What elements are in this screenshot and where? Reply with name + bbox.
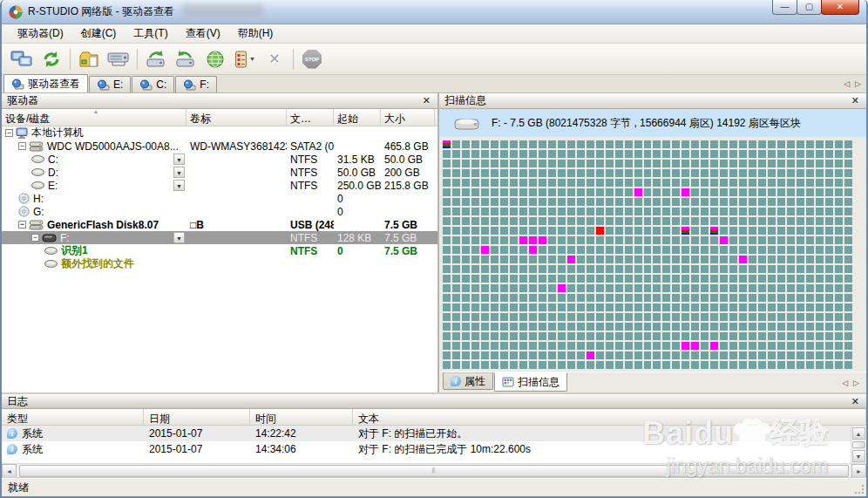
tree-row[interactable]: F:NTFS128 KB7.5 GB (2, 231, 437, 244)
close-button[interactable]: ✕ (821, 0, 859, 15)
menu-drives[interactable]: 驱动器(D) (9, 24, 72, 44)
column-time[interactable]: 时间 (250, 409, 353, 425)
resize-grip[interactable] (854, 484, 865, 495)
scan-block (701, 304, 709, 311)
scroll-left-arrow-icon[interactable] (2, 464, 17, 478)
column-filesystem[interactable]: 文… (287, 109, 334, 126)
scan-block (844, 217, 852, 225)
tree-row[interactable]: 额外找到的文件 (2, 257, 437, 270)
scan-block (710, 169, 718, 177)
volume-dropdown-button[interactable] (173, 180, 185, 191)
scan-block (835, 198, 843, 206)
column-type[interactable]: 类型 (2, 409, 144, 425)
scan-block (529, 140, 537, 148)
online-help-button[interactable] (200, 46, 230, 72)
scan-block (672, 332, 680, 340)
column-size[interactable]: 大小 (381, 109, 435, 126)
tab-drive-view[interactable]: 驱动器查看 (3, 74, 88, 92)
close-view-button[interactable] (260, 46, 289, 72)
expander-minus-icon[interactable] (18, 221, 26, 229)
scan-block (500, 198, 508, 206)
expander-minus-icon[interactable] (31, 234, 39, 242)
drives-panel-close-icon[interactable] (421, 95, 432, 106)
scan-block (462, 284, 470, 292)
scan-block (701, 208, 709, 215)
column-text[interactable]: 文本 (353, 409, 866, 425)
tab-scroll-right-icon[interactable] (855, 78, 861, 90)
scrollbar-thumb[interactable] (852, 441, 865, 448)
cell-volume-label: WD-WMASY3681423 (186, 140, 287, 153)
log-vertical-scrollbar[interactable] (851, 426, 865, 463)
tab-scroll-left-icon[interactable] (844, 78, 850, 90)
tree-row[interactable]: C:NTFS31.5 KB50.0 GB (2, 153, 437, 166)
connect-remote-button[interactable] (7, 46, 37, 72)
tree-row[interactable]: GenericFlash Disk8.07□BUSB (248:228)7.5 … (2, 218, 437, 231)
minimize-button[interactable]: — (772, 0, 797, 15)
dropdown-caret-icon[interactable]: ▼ (249, 56, 255, 62)
column-start[interactable]: 起始 (334, 109, 381, 126)
tree-row[interactable]: E:NTFS250.0 GB215.8 GB (2, 179, 437, 192)
expander-minus-icon[interactable] (5, 129, 13, 137)
scan-block (519, 140, 527, 148)
refresh-button[interactable] (37, 46, 66, 72)
scan-block (539, 140, 546, 148)
scan-block (701, 227, 709, 235)
maximize-button[interactable]: ▢ (797, 0, 822, 15)
column-device-disk[interactable]: 设备/磁盘 (2, 109, 186, 126)
tree-row[interactable]: 识别1NTFS07.5 GB (2, 244, 437, 257)
open-image-button[interactable] (74, 46, 104, 72)
scrollbar-thumb[interactable] (19, 465, 849, 477)
scroll-right-arrow-icon[interactable] (851, 464, 866, 478)
log-row[interactable]: 系统2015-01-0714:34:06对于 F: 的扫描已完成于 10m:22… (2, 441, 866, 457)
scan-block (471, 227, 479, 235)
scan-panel-close-icon[interactable] (850, 95, 861, 106)
scan-block (625, 140, 633, 148)
column-volume-label[interactable]: 卷标 (186, 109, 287, 126)
scan-block (500, 361, 508, 369)
volume-dropdown-button[interactable] (173, 153, 185, 165)
scan-button[interactable] (141, 46, 171, 72)
volume-dropdown-button[interactable] (173, 167, 185, 178)
column-date[interactable]: 日期 (144, 409, 250, 425)
menu-create[interactable]: 创建(C) (72, 24, 125, 44)
log-panel-close-icon[interactable] (850, 396, 861, 407)
scroll-up-arrow-icon[interactable] (852, 427, 865, 440)
menu-tools[interactable]: 工具(T) (125, 24, 176, 44)
scan-block (768, 275, 776, 283)
scan-block (491, 351, 498, 359)
tab-drive-f[interactable]: F: (175, 76, 217, 92)
menu-help[interactable]: 帮助(H) (229, 24, 282, 44)
log-row[interactable]: 系统2015-01-0714:22:42对于 F: 的扫描已开始。 (2, 426, 866, 441)
volume-dropdown-button[interactable] (173, 232, 185, 243)
scan-block (749, 323, 756, 331)
scan-block (749, 208, 756, 215)
menu-view[interactable]: 查看(V) (177, 24, 229, 44)
tree-row[interactable]: G:0 (2, 205, 437, 218)
expander-minus-icon[interactable] (18, 142, 26, 150)
mount-image-button[interactable] (104, 46, 133, 72)
scan-block (491, 179, 498, 187)
scan-block (587, 304, 594, 311)
tree-row[interactable]: WDC WD5000AAJS-00A8...WD-WMASY3681423SAT… (2, 140, 437, 153)
tab-properties[interactable]: 属性 (443, 372, 493, 390)
log-horizontal-scrollbar[interactable] (2, 463, 866, 478)
scan-block (758, 361, 766, 369)
tab-drive-e[interactable]: E: (89, 76, 131, 92)
tab-drive-c[interactable]: C: (132, 76, 174, 92)
drive-view-icon (139, 79, 153, 91)
stop-button[interactable] (297, 46, 327, 72)
scan-block (634, 198, 642, 206)
tree-row[interactable]: 本地计算机 (2, 126, 437, 140)
tree-row[interactable]: H:0 (2, 192, 437, 205)
scan-info-button[interactable] (171, 46, 200, 72)
scan-tab-right-icon[interactable] (853, 377, 859, 389)
scan-block (577, 169, 585, 177)
scroll-down-arrow-icon[interactable] (852, 450, 865, 462)
scan-block (615, 256, 623, 263)
tree-row[interactable]: D:NTFS50.0 GB200 GB (2, 166, 437, 179)
tab-scan-information[interactable]: 扫描信息 (494, 372, 567, 392)
scan-block (710, 188, 718, 196)
drive-box-icon (107, 51, 130, 68)
scan-tab-left-icon[interactable] (842, 377, 848, 389)
log-settings-button[interactable]: ▼ (230, 46, 260, 72)
